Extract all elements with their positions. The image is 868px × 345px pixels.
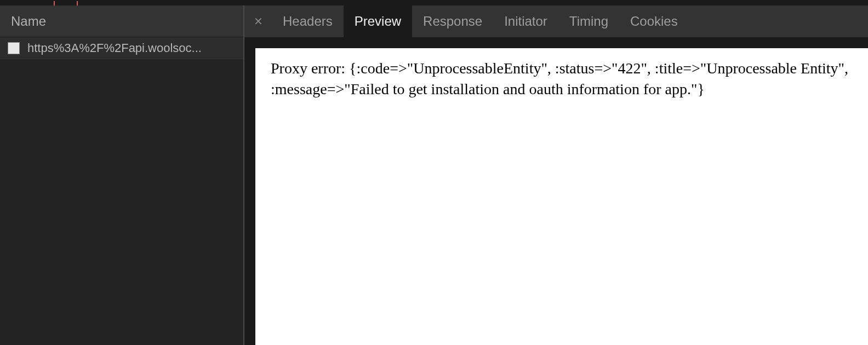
request-detail-pane: ✕ Headers Preview Response Initiator Tim… [244,5,868,345]
preview-wrapper: Proxy error: {:code=>"UnprocessableEntit… [244,37,868,345]
preview-content[interactable]: Proxy error: {:code=>"UnprocessableEntit… [255,48,868,345]
close-icon: ✕ [254,16,263,27]
request-list-header[interactable]: Name [0,5,243,37]
tab-label: Timing [569,14,608,29]
tab-initiator[interactable]: Initiator [493,5,558,37]
tab-label: Response [423,14,482,29]
timeline-strip [0,0,868,5]
tab-cookies[interactable]: Cookies [619,5,689,37]
request-url: https%3A%2F%2Fapi.woolsoc... [27,41,202,55]
tab-preview[interactable]: Preview [344,5,412,37]
tab-headers[interactable]: Headers [272,5,344,37]
timing-mark [77,1,78,5]
request-list: https%3A%2F%2Fapi.woolsoc... [0,37,243,345]
tab-label: Cookies [630,14,678,29]
timing-mark [54,1,55,5]
tab-label: Initiator [504,14,547,29]
column-header-name: Name [11,14,46,29]
request-list-pane: Name https%3A%2F%2Fapi.woolsoc... [0,5,244,345]
network-panel: Name https%3A%2F%2Fapi.woolsoc... ✕ Head… [0,5,868,345]
document-icon [8,42,20,54]
tab-timing[interactable]: Timing [558,5,619,37]
tab-label: Preview [355,14,401,29]
detail-tab-bar: ✕ Headers Preview Response Initiator Tim… [244,5,868,37]
close-detail-button[interactable]: ✕ [244,5,272,37]
request-row[interactable]: https%3A%2F%2Fapi.woolsoc... [0,37,243,59]
tab-response[interactable]: Response [412,5,493,37]
tab-label: Headers [283,14,333,29]
